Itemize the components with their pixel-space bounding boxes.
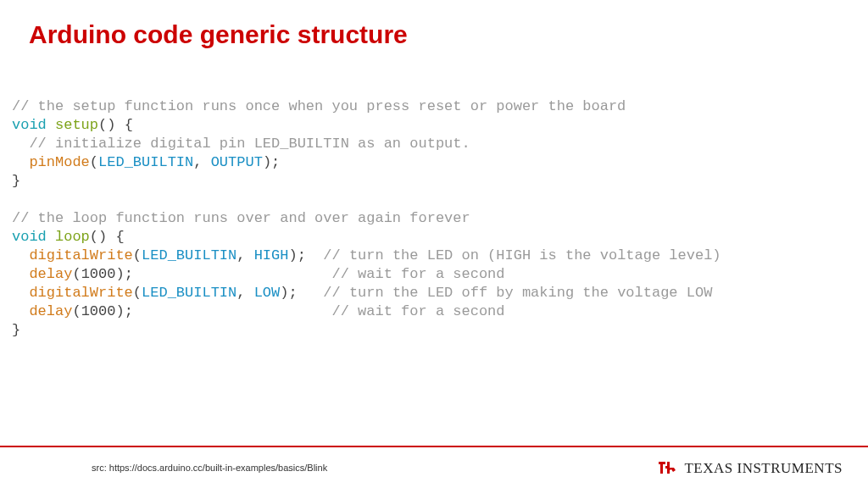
code-call-pinmode: pinMode xyxy=(29,154,89,170)
code-func-loop: loop xyxy=(55,229,90,245)
code-punc: } xyxy=(12,322,20,338)
code-const: LED_BUILTIN xyxy=(142,247,236,263)
code-comment: // wait for a second xyxy=(331,303,504,319)
ti-logo-text: TEXAS INSTRUMENTS xyxy=(684,460,843,477)
slide-title: Arduino code generic structure xyxy=(29,20,408,49)
slide: Arduino code generic structure // the se… xyxy=(0,0,868,488)
code-punc: () { xyxy=(90,229,125,245)
code-call-delay: delay xyxy=(29,266,72,282)
code-block: // the setup function runs once when you… xyxy=(12,97,856,340)
footer-divider xyxy=(0,446,868,447)
code-comment: // the setup function runs once when you… xyxy=(12,98,626,114)
code-call-digitalwrite: digitalWrite xyxy=(29,285,132,301)
code-comment: // initialize digital pin LED_BUILTIN as… xyxy=(12,136,470,152)
code-const: LOW xyxy=(254,285,281,301)
code-const: HIGH xyxy=(254,247,289,263)
code-comment: // wait for a second xyxy=(331,266,504,282)
code-comment: // the loop function runs over and over … xyxy=(12,210,470,226)
code-comment: // turn the LED off by making the voltag… xyxy=(323,285,712,301)
code-punc: } xyxy=(12,173,20,189)
source-citation: src: https://docs.arduino.cc/built-in-ex… xyxy=(92,463,327,473)
code-const: OUTPUT xyxy=(211,154,263,170)
code-const: LED_BUILTIN xyxy=(98,154,193,170)
code-func-setup: setup xyxy=(55,117,98,133)
ti-logo-icon xyxy=(657,459,679,478)
code-number: 1000 xyxy=(81,303,116,319)
code-number: 1000 xyxy=(81,266,116,282)
ti-logo: TEXAS INSTRUMENTS xyxy=(657,459,843,478)
code-punc: () { xyxy=(98,117,133,133)
code-keyword: void xyxy=(12,117,47,133)
code-call-digitalwrite: digitalWrite xyxy=(29,247,132,263)
code-call-delay: delay xyxy=(29,303,72,319)
code-const: LED_BUILTIN xyxy=(142,285,236,301)
code-comment: // turn the LED on (HIGH is the voltage … xyxy=(323,247,721,263)
code-keyword: void xyxy=(12,229,47,245)
